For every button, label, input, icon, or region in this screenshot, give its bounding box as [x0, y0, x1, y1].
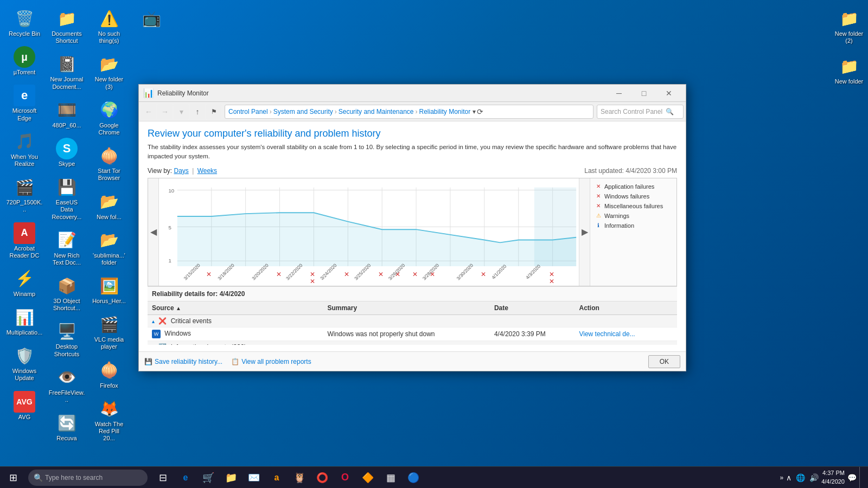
icon-sublimina[interactable]: 📂 'sublimina...' folder [90, 227, 128, 268]
breadcrumb-system-security[interactable]: System and Security [273, 108, 333, 115]
taskbar-app1-button[interactable]: ⭕ [311, 467, 333, 489]
taskbar-vlc-button[interactable]: 🔶 [357, 467, 379, 489]
icon-watch-red-pill[interactable]: 📺 [132, 5, 170, 33]
search-bar[interactable]: 🔍 [597, 105, 684, 119]
icon-utorrent[interactable]: µ µTorrent [5, 44, 43, 78]
show-desktop-button[interactable] [859, 467, 864, 489]
icon-3d-object[interactable]: 📦 3D Object Shortcut... [48, 273, 86, 314]
details-table-container[interactable]: Source ▲ Summary Date Action [148, 301, 677, 345]
breadcrumb-dropdown-button[interactable]: ▾ [473, 108, 476, 115]
view-all-problems-link[interactable]: 📋 View all problem reports [231, 358, 311, 365]
icon-recuva[interactable]: 🔄 Recuva [48, 410, 86, 444]
watch-red-pill-icon: 📺 [141, 8, 162, 29]
nav-refresh-button[interactable]: ⚑ [206, 104, 221, 119]
desktop-shortcuts-label: Desktop Shortcuts [50, 343, 84, 357]
icon-google-chrome[interactable]: 🌍 Google Chrome [90, 97, 128, 138]
taskbar-network-icon[interactable]: 🌐 [794, 473, 807, 482]
icon-avg[interactable]: AVG AVG [5, 389, 43, 423]
legend-app-failures: ✕ Application failures [595, 183, 672, 190]
info-icon: ℹ️ [158, 343, 167, 345]
taskbar-clock[interactable]: 4:37 PM 4/4/2020 [821, 469, 845, 486]
ok-button[interactable]: OK [648, 355, 680, 368]
view-by-days-link[interactable]: Days [174, 167, 188, 175]
save-reliability-link[interactable]: 💾 Save reliability history... [144, 358, 222, 365]
icon-no-such-thing[interactable]: ⚠️ No such thing(s) [90, 5, 128, 47]
icon-horus[interactable]: 🖼️ Horus_Her... [90, 273, 128, 307]
taskbar-chevron-button[interactable]: ∧ [784, 473, 793, 482]
nav-recent-button[interactable]: ▾ [174, 104, 189, 119]
icon-acrobat[interactable]: A Acrobat Reader DC [5, 220, 43, 261]
taskbar: ⊞ 🔍 ⊟ e 🛒 📁 ✉️ a 🦉 ⭕ O 🔶 ▦ 🔵 » ∧ 🌐 🔊 [0, 466, 868, 488]
critical-events-header[interactable]: ▴ ❌ Critical events [148, 314, 677, 327]
taskbar-tripadvisor-button[interactable]: 🦉 [289, 467, 310, 489]
chart-next-button[interactable]: ▶ [579, 178, 590, 286]
icon-winamp[interactable]: ⚡ Winamp [5, 266, 43, 300]
taskbar-app3-button[interactable]: 🔵 [403, 467, 424, 489]
icon-480p[interactable]: 🎞️ 480P_60... [48, 97, 86, 131]
breadcrumb-security-maintenance[interactable]: Security and Maintenance [339, 108, 414, 115]
nav-reload-button[interactable]: ⟳ [477, 107, 483, 116]
windows-update-icon: 🛡️ [14, 345, 35, 367]
taskbar-app2-button[interactable]: ▦ [380, 467, 401, 489]
info-collapse-button[interactable]: ▴ [152, 344, 155, 345]
breadcrumb-reliability-monitor[interactable]: Reliability Monitor [419, 108, 471, 115]
icon-tor-browser[interactable]: 🧅 Firefox [90, 357, 128, 391]
start-button[interactable]: ⊞ [0, 467, 26, 489]
window-maximize-button[interactable]: □ [631, 85, 656, 102]
informational-events-header[interactable]: ▴ ℹ️ Informational events (230) [148, 341, 677, 345]
window-close-button[interactable]: ✕ [656, 85, 681, 102]
icon-start-tor[interactable]: 🧅 Start Tor Browser [90, 143, 128, 184]
table-row[interactable]: W Windows Windows was not properly shut … [148, 327, 677, 341]
view-by-weeks-link[interactable]: Weeks [197, 167, 217, 175]
icon-freefileview[interactable]: 👁️ FreeFileView... [48, 364, 86, 406]
col-source[interactable]: Source ▲ [148, 301, 323, 315]
taskbar-search-input[interactable] [45, 474, 137, 481]
icon-new-rich-text[interactable]: 📝 New Rich Text Doc... [48, 227, 86, 268]
window-minimize-button[interactable]: ─ [607, 85, 631, 102]
critical-collapse-button[interactable]: ▴ [152, 318, 155, 324]
icon-ms-edge[interactable]: e Microsoft Edge [5, 82, 43, 124]
taskbar-search-bar[interactable]: 🔍 [28, 470, 148, 486]
icon-firefox[interactable]: 🦊 Watch The Red Pill 20... [90, 396, 128, 445]
icon-skype[interactable]: S Skype [48, 136, 86, 170]
taskbar-notification-icon[interactable]: 💬 [846, 473, 858, 482]
breadcrumb-control-panel[interactable]: Control Panel [228, 108, 268, 115]
critical-scroll [666, 314, 677, 327]
icon-new-folder-right2[interactable]: 📁 New folder [830, 53, 868, 87]
nav-up-button[interactable]: ↑ [190, 104, 205, 119]
480p-icon: 🎞️ [56, 99, 78, 121]
search-input[interactable] [601, 108, 666, 115]
task-view-button[interactable]: ⊟ [152, 467, 174, 489]
winamp-label: Winamp [14, 291, 35, 298]
taskbar-edge-button[interactable]: e [175, 467, 196, 489]
taskbar-store-button[interactable]: 🛒 [197, 467, 219, 489]
icon-vlc[interactable]: 🎬 VLC media player [90, 311, 128, 352]
acrobat-icon: A [14, 222, 35, 244]
nav-back-button[interactable]: ← [141, 104, 156, 119]
col-action[interactable]: Action [575, 301, 666, 315]
icon-windows-update[interactable]: 🛡️ Windows Update [5, 343, 43, 384]
taskbar-amazon-button[interactable]: a [266, 467, 288, 489]
chart-prev-button[interactable]: ◀ [148, 178, 159, 286]
icon-recycle-bin[interactable]: 🗑️ Recycle Bin [5, 5, 43, 40]
icon-multiplication[interactable]: 📊 Multiplicatio... [5, 304, 43, 338]
icon-720p[interactable]: 🎬 720P_1500K... [5, 174, 43, 215]
icon-desktop-shortcuts[interactable]: 🖥️ Desktop Shortcuts [48, 318, 86, 359]
nav-forward-button[interactable]: → [157, 104, 173, 119]
col-summary[interactable]: Summary [323, 301, 489, 315]
icon-when-you-realize[interactable]: 🎵 When You Realize [5, 129, 43, 170]
taskbar-explorer-button[interactable]: 📁 [220, 467, 242, 489]
taskbar-volume-icon[interactable]: 🔊 [808, 473, 820, 482]
view-technical-link-1[interactable]: View technical de... [579, 330, 635, 338]
icon-new-journal[interactable]: 📓 New Journal Docment... [48, 51, 86, 92]
icon-new-folder-right[interactable]: 📁 New folder (2) [830, 5, 868, 47]
icon-documents[interactable]: 📁 Documents Shortcut [48, 5, 86, 47]
taskbar-overflow-button[interactable]: » [780, 474, 783, 481]
utorrent-label: µTorrent [14, 69, 36, 76]
taskbar-opera-button[interactable]: O [334, 467, 356, 489]
icon-easeus[interactable]: 💾 EaseUS Data Recovery... [48, 174, 86, 223]
icon-new-folder-3[interactable]: 📂 New folder (3) [90, 51, 128, 92]
icon-new-folder-inline[interactable]: 📂 New fol... [90, 189, 128, 223]
taskbar-mail-button[interactable]: ✉️ [243, 467, 265, 489]
col-date[interactable]: Date [490, 301, 575, 315]
